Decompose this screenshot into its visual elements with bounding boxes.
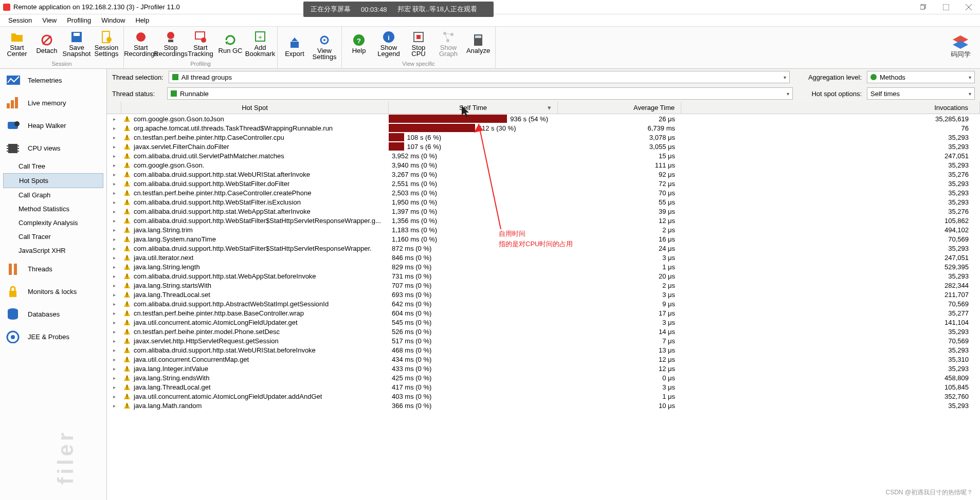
- table-row[interactable]: ▸!java.lang.ThreadLocal.set693 ms (0 %)3…: [107, 290, 980, 299]
- sidebar-sub-method-statistics[interactable]: Method Statistics: [0, 202, 106, 216]
- expand-icon[interactable]: ▸: [107, 320, 121, 325]
- table-row[interactable]: ▸!com.alibaba.druid.support.http.stat.We…: [107, 170, 980, 179]
- expand-icon[interactable]: ▸: [107, 116, 121, 122]
- expand-icon[interactable]: ▸: [107, 329, 121, 335]
- expand-icon[interactable]: ▸: [107, 125, 121, 131]
- stop-recordings-button[interactable]: StopRecordings: [156, 28, 186, 59]
- expand-icon[interactable]: ▸: [107, 301, 121, 307]
- table-row[interactable]: ▸!java.util.concurrent.ConcurrentMap.get…: [107, 355, 980, 364]
- table-row[interactable]: ▸!java.lang.String.length829 ms (0 %)1 μ…: [107, 262, 980, 271]
- col-invocations[interactable]: Invocations: [681, 102, 980, 114]
- table-row[interactable]: ▸!com.alibaba.druid.support.http.stat.We…: [107, 345, 980, 355]
- start-tracking-button[interactable]: StartTracking: [186, 28, 215, 59]
- sidebar-sub-javascript-xhr[interactable]: JavaScript XHR: [0, 244, 106, 257]
- table-row[interactable]: ▸!cn.testfan.perf.beihe.pinter.model.Pho…: [107, 327, 980, 336]
- table-row[interactable]: ▸!java.util.concurrent.atomic.AtomicLong…: [107, 318, 980, 327]
- sidebar-item-heap-walker[interactable]: Heap Walker: [0, 114, 106, 137]
- add-bookmark-button[interactable]: +AddBookmark: [245, 28, 275, 59]
- expand-icon[interactable]: ▸: [107, 246, 121, 251]
- expand-icon[interactable]: ▸: [107, 375, 121, 381]
- expand-icon[interactable]: ▸: [107, 366, 121, 372]
- col-avg-time[interactable]: Average Time: [558, 102, 681, 114]
- table-row[interactable]: ▸!java.lang.Math.random366 ms (0 %)10 μs…: [107, 401, 980, 410]
- table-row[interactable]: ▸!java.util.concurrent.atomic.AtomicLong…: [107, 392, 980, 401]
- table-row[interactable]: ▸!com.google.gson.Gson.3,940 ms (0 %)111…: [107, 160, 980, 170]
- expand-icon[interactable]: ▸: [107, 227, 121, 233]
- hotspot-table[interactable]: Hot Spot Self Time Average Time Invocati…: [107, 102, 980, 500]
- table-row[interactable]: ▸!com.alibaba.druid.util.ServletPathMatc…: [107, 151, 980, 160]
- stop-cpu-button[interactable]: StopCPU: [404, 28, 433, 59]
- expand-icon[interactable]: ▸: [107, 135, 121, 140]
- view-settings-button[interactable]: ViewSettings: [310, 31, 339, 62]
- help-button[interactable]: ?Help: [344, 28, 374, 59]
- expand-icon[interactable]: ▸: [107, 283, 121, 288]
- col-self-time[interactable]: Self Time: [389, 102, 558, 114]
- sidebar-sub-complexity-analysis[interactable]: Complexity Analysis: [0, 216, 106, 230]
- table-row[interactable]: ▸!javax.servlet.http.HttpServletRequest.…: [107, 336, 980, 345]
- table-row[interactable]: ▸!com.alibaba.druid.support.http.Abstrac…: [107, 299, 980, 308]
- start-recordings-button[interactable]: StartRecordings: [126, 28, 156, 59]
- expand-icon[interactable]: ▸: [107, 162, 121, 168]
- analyze-button[interactable]: Analyze: [463, 28, 493, 59]
- sidebar-item-threads[interactable]: Threads: [0, 257, 106, 280]
- expand-icon[interactable]: ▸: [107, 181, 121, 187]
- expand-icon[interactable]: ▸: [107, 264, 121, 270]
- col-expand[interactable]: [107, 102, 121, 114]
- table-row[interactable]: ▸!com.alibaba.druid.support.http.WebStat…: [107, 179, 980, 188]
- run-gc-button[interactable]: Run GC: [215, 28, 245, 59]
- menu-session[interactable]: Session: [3, 16, 37, 24]
- sidebar-sub-call-tree[interactable]: Call Tree: [0, 159, 106, 173]
- expand-icon[interactable]: ▸: [107, 209, 121, 214]
- sidebar-item-telemetries[interactable]: Telemetries: [0, 69, 106, 91]
- expand-icon[interactable]: ▸: [107, 190, 121, 196]
- close-icon[interactable]: [957, 0, 980, 14]
- expand-icon[interactable]: ▸: [107, 199, 121, 205]
- table-row[interactable]: ▸!com.alibaba.druid.support.http.stat.We…: [107, 271, 980, 281]
- expand-icon[interactable]: ▸: [107, 394, 121, 399]
- table-row[interactable]: ▸!java.lang.String.startsWith707 ms (0 %…: [107, 281, 980, 290]
- menu-help[interactable]: Help: [130, 16, 154, 24]
- table-row[interactable]: ▸!com.google.gson.Gson.toJson936 s (54 %…: [107, 114, 980, 123]
- menu-window[interactable]: Window: [96, 16, 130, 24]
- sidebar-item-cpu-views[interactable]: CPU views: [0, 137, 106, 159]
- thread-selection-combo[interactable]: All thread groups: [169, 71, 790, 83]
- expand-icon[interactable]: ▸: [107, 292, 121, 298]
- table-row[interactable]: ▸!cn.testfan.perf.beihe.pinter.http.Case…: [107, 188, 980, 197]
- save-snapshot-button[interactable]: SaveSnapshot: [62, 28, 92, 59]
- expand-icon[interactable]: ▸: [107, 273, 121, 279]
- hotspot-options-combo[interactable]: Self times: [867, 87, 975, 100]
- sidebar-sub-call-graph[interactable]: Call Graph: [0, 188, 106, 202]
- export-button[interactable]: Export: [280, 31, 310, 62]
- table-row[interactable]: ▸!com.alibaba.druid.support.http.WebStat…: [107, 197, 980, 207]
- expand-icon[interactable]: ▸: [107, 236, 121, 242]
- expand-icon[interactable]: ▸: [107, 218, 121, 224]
- session-settings-button[interactable]: SessionSettings: [92, 28, 121, 59]
- sidebar-item-jee-probes[interactable]: JEE & Probes: [0, 325, 106, 348]
- table-row[interactable]: ▸!java.lang.String.endsWith425 ms (0 %)0…: [107, 373, 980, 382]
- col-hotspot[interactable]: Hot Spot: [121, 102, 389, 114]
- expand-icon[interactable]: ▸: [107, 347, 121, 353]
- table-row[interactable]: ▸!java.lang.Integer.intValue433 ms (0 %)…: [107, 364, 980, 373]
- menu-view[interactable]: View: [37, 16, 62, 24]
- expand-icon[interactable]: ▸: [107, 384, 121, 390]
- maximize-icon[interactable]: [935, 0, 957, 14]
- table-row[interactable]: ▸!java.lang.ThreadLocal.get417 ms (0 %)3…: [107, 382, 980, 392]
- expand-icon[interactable]: ▸: [107, 144, 121, 150]
- sidebar-item-monitors-locks[interactable]: Monitors & locks: [0, 280, 106, 303]
- sidebar-sub-hot-spots[interactable]: Hot Spots: [3, 173, 103, 188]
- sidebar-sub-call-tracer[interactable]: Call Tracer: [0, 230, 106, 244]
- show-legend-button[interactable]: iShowLegend: [374, 28, 404, 59]
- sidebar-item-databases[interactable]: Databases: [0, 303, 106, 325]
- start-center-button[interactable]: StartCenter: [2, 28, 32, 59]
- expand-icon[interactable]: ▸: [107, 153, 121, 159]
- table-row[interactable]: ▸!cn.testfan.perf.beihe.pinter.http.Case…: [107, 133, 980, 142]
- table-row[interactable]: ▸!com.alibaba.druid.support.http.stat.We…: [107, 207, 980, 216]
- expand-icon[interactable]: ▸: [107, 310, 121, 316]
- table-row[interactable]: ▸!cn.testfan.perf.beihe.pinter.http.base…: [107, 308, 980, 318]
- expand-icon[interactable]: ▸: [107, 403, 121, 409]
- expand-icon[interactable]: ▸: [107, 172, 121, 177]
- expand-icon[interactable]: ▸: [107, 338, 121, 344]
- expand-icon[interactable]: ▸: [107, 357, 121, 362]
- restore-down-icon[interactable]: [912, 0, 935, 14]
- expand-icon[interactable]: ▸: [107, 255, 121, 261]
